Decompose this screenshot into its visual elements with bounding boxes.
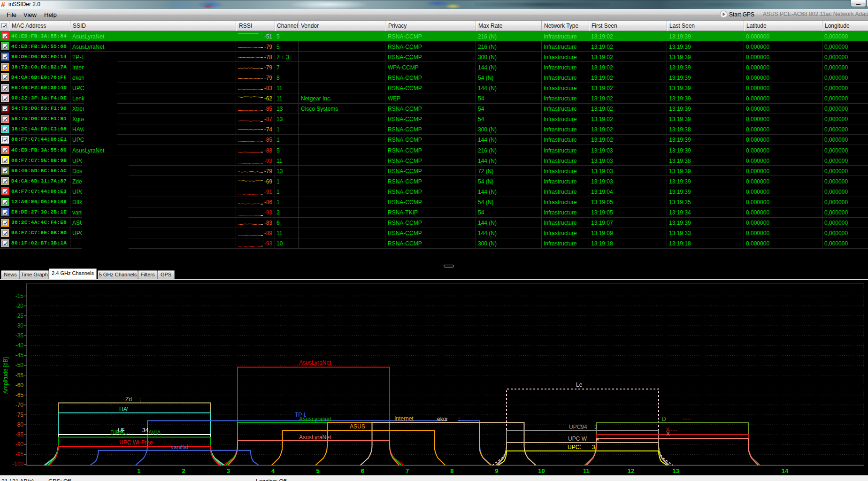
svg-text:14: 14	[782, 467, 789, 474]
svg-text:7: 7	[406, 467, 409, 474]
svg-text:-55: -55	[15, 372, 24, 379]
svg-text:-65: -65	[15, 392, 24, 398]
svg-text:-35: -35	[15, 332, 24, 339]
svg-text:-15: -15	[15, 293, 24, 299]
svg-text:Zd: Zd	[125, 396, 132, 403]
svg-text:9: 9	[495, 467, 499, 474]
svg-text:-50: -50	[15, 362, 24, 368]
svg-text:13: 13	[672, 467, 679, 474]
svg-text:AsusLyraNet: AsusLyraNet	[299, 434, 331, 441]
svg-text:vanillat: vanillat	[171, 444, 189, 450]
svg-text:12: 12	[628, 467, 634, 474]
svg-text::: :	[459, 416, 460, 422]
svg-text:-40: -40	[15, 342, 24, 349]
svg-text:2: 2	[182, 467, 185, 474]
svg-text:e: e	[596, 436, 599, 443]
svg-text:-25: -25	[15, 313, 24, 319]
svg-text:X: X	[666, 431, 670, 437]
svg-text:8: 8	[450, 467, 453, 474]
svg-text:6: 6	[361, 467, 364, 474]
svg-text:-90: -90	[15, 441, 24, 448]
svg-text:-85: -85	[15, 431, 24, 438]
svg-text:;: ;	[139, 396, 141, 403]
svg-text:AVIA: AVIA	[148, 429, 161, 436]
svg-text:UPC Wi-Free: UPC Wi-Free	[119, 439, 153, 446]
svg-text:Internet: Internet	[394, 415, 414, 422]
svg-text:AsusLyraNet: AsusLyraNet	[299, 359, 331, 366]
svg-text:UPC W: UPC W	[568, 435, 587, 442]
svg-text:3: 3	[227, 467, 230, 474]
svg-text:-70: -70	[15, 402, 24, 408]
svg-text:1: 1	[137, 467, 140, 474]
svg-text:-30: -30	[15, 322, 24, 329]
svg-text:ASUS: ASUS	[350, 423, 365, 430]
svg-text:UPC3: UPC3	[568, 444, 583, 450]
svg-text:Le: Le	[576, 382, 583, 388]
svg-text:-80: -80	[15, 421, 24, 428]
svg-text:10: 10	[538, 467, 545, 474]
svg-text:11: 11	[583, 467, 590, 474]
svg-text:-20: -20	[15, 303, 24, 309]
svg-text:Amplitude [dB]: Amplitude [dB]	[2, 357, 9, 394]
svg-text:3: 3	[592, 444, 595, 450]
svg-text:UPC94: UPC94	[569, 424, 587, 430]
svg-text:-60: -60	[15, 382, 24, 389]
svg-text:-45: -45	[15, 352, 24, 359]
svg-text:3: 3	[594, 424, 598, 430]
svg-text:-95: -95	[15, 451, 24, 458]
svg-text:5: 5	[316, 467, 319, 474]
svg-text:-75: -75	[15, 412, 24, 418]
svg-text:34: 34	[142, 427, 149, 434]
svg-text:-100: -100	[12, 461, 23, 467]
svg-text:4: 4	[271, 467, 275, 474]
